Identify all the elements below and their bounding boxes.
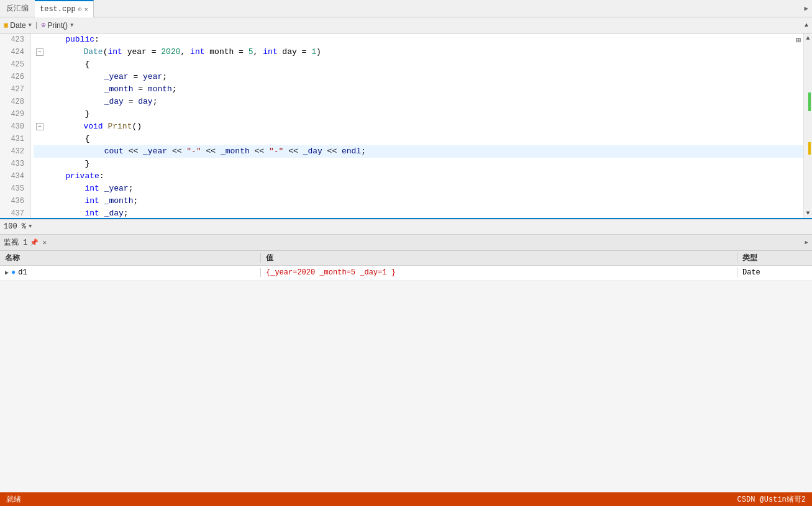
watch-row-d1-name: ▶ ● d1 [0, 268, 261, 277]
code-content[interactable]: public: − Date(int year = 2020, int mont… [31, 34, 803, 218]
code-line-431: { [34, 133, 803, 145]
watch-row-d1-type: Date [737, 268, 812, 277]
code-line-435: int _year; [34, 183, 803, 195]
status-right: CSDN @Ustin绪哥2 [737, 494, 806, 505]
watch-panel: 监视 1 📌 ✕ ▶ 名称 值 类型 ▶ ● d1 {_year=2020 _m… [0, 234, 812, 309]
watch-pin-btn[interactable]: 📌 [30, 238, 39, 246]
code-line-430: − void Print() [34, 120, 803, 133]
zoom-dropdown[interactable]: ▼ [29, 224, 32, 230]
scroll-indicator-green-top [808, 93, 811, 111]
watch-column-headers: 名称 值 类型 [0, 251, 812, 266]
code-line-423: public: [34, 34, 803, 46]
collapse-430[interactable]: − [36, 123, 43, 130]
watch-col-name: 名称 [0, 253, 261, 263]
breadcrumb-bar: ▣ Date ▼ | ⊕ Print() ▼ ▲ [0, 17, 812, 34]
code-line-433: } [34, 158, 803, 170]
watch-header: 监视 1 📌 ✕ ▶ [0, 235, 812, 251]
scroll-up-btn[interactable]: ▲ [805, 22, 808, 29]
tab-bar: 反汇编 test.cpp ⊕ ✕ ▶ [0, 0, 812, 17]
window-scroll-right[interactable]: ▶ [800, 4, 812, 12]
status-bar: 就绪 CSDN @Ustin绪哥2 [0, 492, 812, 506]
scroll-indicator-yellow [808, 142, 811, 155]
watch-col-value: 值 [261, 253, 737, 263]
watch-row-d1-value: {_year=2020 _month=5 _day=1 } [261, 268, 737, 277]
breadcrumb-dropdown[interactable]: ▼ [29, 22, 32, 29]
bottom-spacer [0, 309, 812, 493]
zoom-bar: 100 % ▼ [0, 219, 812, 234]
watch-title: 监视 1 [4, 237, 27, 248]
class-icon: ▣ [4, 20, 8, 30]
watch-panel-scroll-right[interactable]: ▶ [805, 239, 808, 246]
code-line-424: − Date(int year = 2020, int month = 5, i… [34, 46, 803, 58]
d1-label: d1 [18, 268, 27, 277]
d1-obj-icon: ● [11, 268, 16, 277]
status-left: 就绪 [6, 494, 21, 505]
line-numbers: 423 424 425 426 427 428 429 430 431 432 … [0, 34, 31, 218]
code-line-437: int _day; [34, 207, 803, 218]
code-line-425: { [34, 58, 803, 71]
expand-d1-arrow[interactable]: ▶ [5, 269, 9, 276]
collapse-424[interactable]: − [36, 48, 43, 56]
scroll-up-arrow[interactable]: ▲ [804, 34, 812, 43]
tab-pin[interactable]: ⊕ [78, 6, 82, 13]
file-tab[interactable]: test.cpp ⊕ ✕ [35, 0, 94, 17]
code-line-428: _day = day; [34, 96, 803, 108]
scroll-down-arrow[interactable]: ▼ [804, 209, 812, 218]
breadcrumb-class: Date [10, 21, 25, 30]
tab-close-icon[interactable]: ✕ [84, 6, 88, 13]
tab-label: test.cpp [40, 5, 76, 14]
code-line-432: cout << _year << "-" << _month << "-" <<… [34, 145, 803, 158]
code-line-426: _year = year; [34, 71, 803, 83]
editor-area: ⊞ 423 424 425 426 427 428 429 430 431 43… [0, 34, 812, 219]
watch-close-btn[interactable]: ✕ [42, 238, 47, 246]
code-line-427: _month = month; [34, 83, 803, 96]
method-icon: ⊕ [41, 20, 45, 30]
expand-editor-btn[interactable]: ⊞ [793, 34, 803, 47]
method-dropdown[interactable]: ▼ [70, 22, 73, 29]
disassembly-label: 反汇编 [0, 3, 35, 14]
code-line-436: int _month; [34, 195, 803, 207]
breadcrumb-method: Print() [47, 21, 68, 30]
watch-row-d1[interactable]: ▶ ● d1 {_year=2020 _month=5 _day=1 } Dat… [0, 266, 812, 281]
watch-col-type: 类型 [737, 253, 812, 263]
editor-scrollbar[interactable]: ▲ ▼ [803, 34, 812, 218]
code-line-434: private: [34, 170, 803, 183]
zoom-level: 100 % [4, 222, 26, 231]
code-line-429: } [34, 108, 803, 120]
breadcrumb-separator: | [34, 21, 39, 30]
